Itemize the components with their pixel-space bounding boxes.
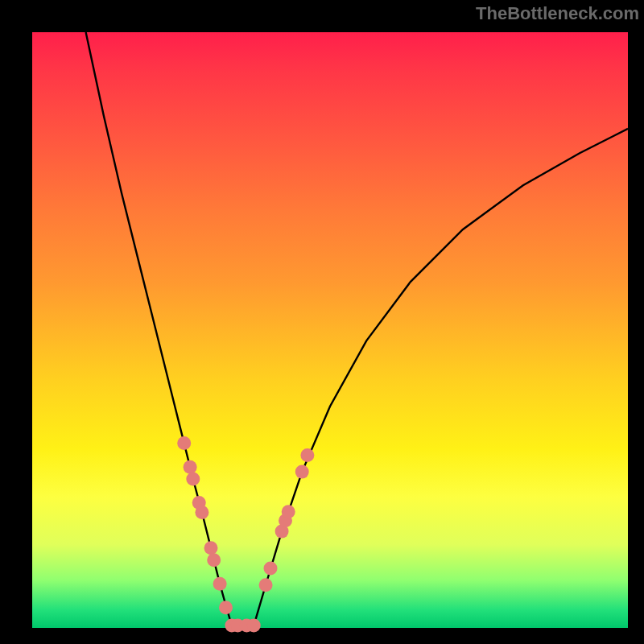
data-marker <box>282 505 295 518</box>
data-marker <box>219 601 233 614</box>
curve-left-branch <box>86 32 232 625</box>
marker-group <box>177 436 314 632</box>
data-marker <box>184 460 197 474</box>
chart-frame: TheBottleneck.com <box>0 0 644 644</box>
data-marker <box>186 473 200 486</box>
data-marker <box>207 553 221 567</box>
data-marker <box>247 619 261 633</box>
data-marker <box>259 578 273 592</box>
data-marker <box>213 577 227 591</box>
data-marker <box>295 465 309 479</box>
data-marker <box>177 436 191 450</box>
data-marker <box>195 506 208 519</box>
data-marker <box>204 541 218 555</box>
chart-svg <box>32 32 628 628</box>
data-marker <box>300 448 314 462</box>
data-marker <box>264 562 278 576</box>
watermark-text: TheBottleneck.com <box>476 3 639 24</box>
curve-right-branch <box>254 129 628 625</box>
plot-area <box>32 32 628 628</box>
